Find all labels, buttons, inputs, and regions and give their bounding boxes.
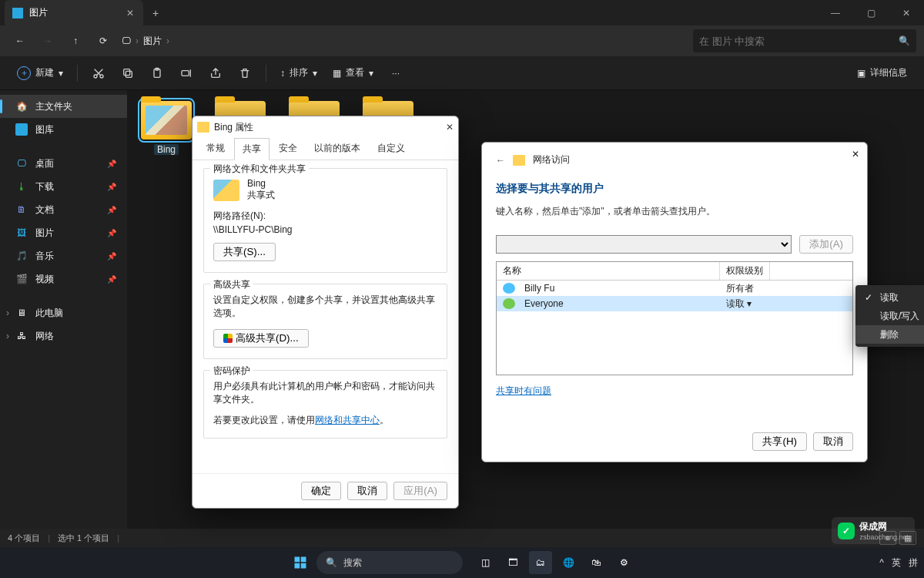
sidebar-gallery[interactable]: 图库: [0, 118, 127, 141]
tab-sharing[interactable]: 共享: [234, 138, 270, 160]
user-icon: [503, 283, 515, 294]
close-tab-icon[interactable]: ✕: [126, 8, 134, 18]
perm-read[interactable]: ✓读取: [855, 288, 924, 307]
explorer-taskbar-icon[interactable]: 🗂: [529, 551, 552, 574]
sort-button[interactable]: ↕排序▾: [274, 62, 323, 85]
ime-indicator[interactable]: 英: [892, 556, 901, 570]
share-status: 共享式: [247, 189, 275, 202]
ok-button[interactable]: 确定: [301, 482, 341, 500]
tray-chevron-icon[interactable]: ^: [879, 557, 884, 568]
copy-button[interactable]: [115, 62, 141, 85]
network-center-link[interactable]: 网络和共享中心: [315, 415, 380, 425]
sidebar-downloads[interactable]: ⭳下载📌: [0, 175, 127, 198]
taskbar-search[interactable]: 🔍搜索: [316, 551, 463, 574]
minimize-button[interactable]: —: [818, 0, 853, 25]
paste-button[interactable]: [144, 62, 170, 85]
more-button[interactable]: ···: [383, 62, 409, 85]
permission-cell: 所有者: [720, 282, 760, 295]
path-label: 网络路径(N):: [213, 210, 437, 223]
dialog-header: 网络访问: [533, 153, 570, 166]
perm-remove[interactable]: 删除: [855, 325, 924, 344]
start-button[interactable]: [289, 551, 312, 574]
pictures-icon: [12, 8, 23, 18]
col-permission[interactable]: 权限级别: [720, 262, 770, 280]
rename-button[interactable]: [173, 62, 199, 85]
video-icon: 🎬: [15, 273, 28, 285]
close-window-button[interactable]: ✕: [889, 0, 924, 25]
sidebar-documents[interactable]: 🗎文档📌: [0, 198, 127, 221]
svg-rect-2: [126, 71, 132, 77]
delete-button[interactable]: [232, 62, 258, 85]
dialog-tabs: 常规 共享 安全 以前的版本 自定义: [192, 138, 458, 160]
close-icon[interactable]: ✕: [852, 149, 859, 160]
cancel-button[interactable]: 取消: [813, 432, 853, 451]
new-button[interactable]: ＋新建▾: [11, 62, 69, 85]
nav-bar: ← → ↑ ⟳ 🖵 › 图片 › 🔍: [0, 25, 924, 56]
back-arrow-icon[interactable]: ←: [496, 155, 505, 166]
user-select[interactable]: [496, 235, 792, 254]
dialog-titlebar[interactable]: Bing 属性 ✕: [192, 116, 458, 138]
system-tray[interactable]: ^ 英 拼: [879, 556, 918, 570]
svg-rect-8: [301, 557, 306, 563]
password-group: 密码保护 用户必须具有此计算机的用户帐户和密码，才能访问共享文件夹。 若要更改此…: [203, 370, 447, 439]
tab-customize[interactable]: 自定义: [370, 138, 413, 160]
view-button[interactable]: ▦查看▾: [326, 62, 380, 85]
apply-button[interactable]: 应用(A): [393, 482, 447, 500]
task-view-button[interactable]: ◫: [474, 551, 497, 574]
cancel-button[interactable]: 取消: [347, 482, 387, 500]
help-link[interactable]: 共享时有问题: [496, 385, 853, 398]
close-icon[interactable]: ✕: [446, 122, 454, 133]
edge-taskbar-icon[interactable]: 🌐: [557, 551, 580, 574]
share-button[interactable]: [203, 62, 229, 85]
status-count: 4 个项目: [8, 533, 40, 544]
folder-name: Bing: [154, 144, 179, 155]
active-tab[interactable]: 图片 ✕: [5, 0, 143, 25]
toolbar: ＋新建▾ ↕排序▾ ▦查看▾ ··· ▣详细信息: [0, 56, 924, 90]
user-row[interactable]: Everyone 读取 ▾: [497, 296, 852, 311]
group-icon: [503, 298, 515, 309]
share-button[interactable]: 共享(S)...: [213, 243, 276, 261]
ime-mode[interactable]: 拼: [909, 556, 918, 570]
tab-previous-versions[interactable]: 以前的版本: [306, 138, 368, 160]
permission-menu: ✓读取 读取/写入 删除: [855, 285, 924, 347]
settings-taskbar-icon[interactable]: ⚙: [612, 551, 635, 574]
new-tab-button[interactable]: +: [152, 7, 159, 19]
share-submit-button[interactable]: 共享(H): [752, 432, 807, 451]
perm-readwrite[interactable]: 读取/写入: [855, 307, 924, 325]
sidebar-desktop[interactable]: 🖵桌面📌: [0, 152, 127, 175]
dialog-title: Bing 属性: [214, 121, 253, 134]
search-box[interactable]: 🔍: [693, 29, 916, 52]
details-pane-button[interactable]: ▣详细信息: [851, 62, 913, 85]
watermark: ✓ 保成网 zsbaocheng.net: [832, 517, 915, 544]
sidebar-thispc[interactable]: ›🖥此电脑: [0, 301, 127, 324]
maximize-button[interactable]: ▢: [853, 0, 889, 25]
back-button[interactable]: ←: [8, 29, 32, 53]
col-name[interactable]: 名称: [497, 262, 720, 280]
advanced-share-button[interactable]: 高级共享(D)...: [213, 329, 309, 348]
search-input[interactable]: [699, 35, 899, 47]
folder-icon: [197, 122, 209, 133]
up-button[interactable]: ↑: [63, 29, 88, 53]
add-user-button[interactable]: 添加(A): [799, 235, 853, 254]
folder-item[interactable]: Bing: [136, 101, 196, 155]
tab-security[interactable]: 安全: [271, 138, 305, 160]
svg-rect-10: [301, 563, 306, 569]
tab-general[interactable]: 常规: [199, 138, 233, 160]
user-row[interactable]: Billy Fu 所有者: [497, 281, 852, 296]
sidebar-network[interactable]: ›🖧网络: [0, 324, 127, 348]
widgets-button[interactable]: 🗔: [501, 551, 524, 574]
sidebar-music[interactable]: 🎵音乐📌: [0, 244, 127, 267]
svg-rect-7: [295, 557, 300, 563]
sidebar-home[interactable]: 🏠主文件夹: [0, 95, 127, 118]
download-icon: ⭳: [15, 180, 28, 193]
sidebar: 🏠主文件夹 图库 🖵桌面📌 ⭳下载📌 🗎文档📌 🖼图片📌 🎵音乐📌 🎬视频📌 ›…: [0, 90, 127, 529]
refresh-button[interactable]: ⟳: [91, 29, 116, 53]
breadcrumb-item[interactable]: 图片: [143, 35, 162, 48]
gallery-icon: [15, 123, 28, 136]
breadcrumb[interactable]: 🖵 › 图片 ›: [122, 35, 169, 48]
sidebar-pictures[interactable]: 🖼图片📌: [0, 221, 127, 244]
cut-button[interactable]: [85, 62, 112, 85]
sidebar-videos[interactable]: 🎬视频📌: [0, 267, 127, 291]
store-taskbar-icon[interactable]: 🛍: [584, 551, 608, 574]
permission-dropdown[interactable]: 读取 ▾: [720, 297, 758, 311]
